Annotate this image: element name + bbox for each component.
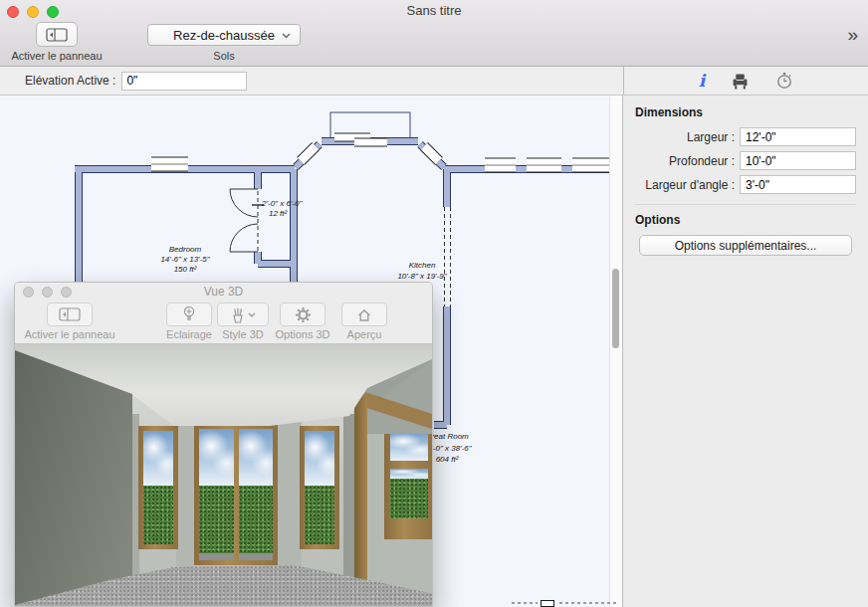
bedroom-dims: 14'-6" x 13'-5" [160,255,210,264]
door-leaf [239,429,274,560]
inspector-panel: Dimensions Largeur : Profondeur : Largeu… [623,96,868,607]
floors-dropdown-value: Rez-de-chaussée [173,28,275,43]
field-row: Largeur d'angle : [635,175,856,194]
toolbar-overflow-chevron-icon[interactable]: » [847,24,858,46]
width-input[interactable] [740,127,856,146]
vue3d-toolbar: Activer le panneau Eclairage [15,301,432,344]
greatroom-area: 604 ft² [436,455,459,464]
door-threshold [239,553,274,560]
depth-label: Profondeur : [635,154,735,168]
depth-input[interactable] [740,151,856,170]
sub-toolbar: Elévation Active : i [0,67,868,96]
house-icon [356,307,372,322]
bedroom-name: Bedroom [169,245,202,254]
window-title: Sans titre [0,3,868,18]
elevation-input[interactable] [121,72,247,91]
window-sky [305,431,334,486]
vue3d-title: Vue 3D [15,285,432,299]
vue3d-window: Vue 3D Activer le panneau [14,282,433,607]
vue3d-titlebar[interactable]: Vue 3D [15,283,432,301]
window-hedge [143,486,173,544]
kitchen-dims: 10'-8" x 19'-9" [397,272,447,281]
chevron-down-icon [282,33,291,39]
gear-icon [295,306,312,323]
lightbulb-icon [182,305,196,323]
vue3d-activate-panel[interactable]: Activer le panneau [15,303,124,340]
french-doors [194,424,278,565]
far-room-window [384,427,433,539]
lighting-button[interactable] [166,303,212,326]
tab-info-icon[interactable]: i [699,73,705,89]
bedroom-area: 150 ft² [174,265,197,274]
double-door-symbol [230,189,264,252]
activate-panel-label: Activer le panneau [0,50,113,62]
corner-width-label: Largeur d'angle : [635,178,735,192]
button-label: Activer le panneau [15,328,124,340]
plan-scrollbar-track [609,96,622,607]
door-glass-hedge [199,486,234,553]
window-sky [143,431,173,486]
window-hedge [305,486,334,544]
floors-dropdown[interactable]: Rez-de-chaussée [147,24,301,46]
panel-toggle-icon [59,307,81,321]
dimensions-heading: Dimensions [635,105,856,119]
tick-marks [559,602,619,604]
vue3d-options[interactable]: Options 3D [272,303,333,340]
app-window: Sans titre Activer le panneau Rez-de-cha… [0,0,868,607]
main-titlebar: Sans titre Activer le panneau Rez-de-cha… [0,0,868,67]
floors-label: Sols [147,50,301,62]
panel-toggle-icon [46,28,68,42]
field-row: Profondeur : [635,151,856,170]
button-label: Style 3D [214,328,272,340]
tab-furniture-icon[interactable] [732,73,749,90]
door-glass-sky [239,429,274,486]
tab-schedule-icon[interactable] [775,72,793,90]
door-area: 12 ft² [269,209,288,218]
plan-scrollbar-thumb[interactable] [612,269,619,348]
kitchen-name: Kitchen [409,261,436,270]
door-dims: 2'-0" x 6'-0" [261,199,303,208]
door-threshold [199,553,234,560]
button-label: Aperçu [337,328,391,340]
style-3d-button[interactable] [217,303,269,326]
bay-window-right [300,426,339,549]
options-heading: Options [635,213,856,227]
window-sky [390,433,428,461]
tick-marks [512,602,538,604]
vue3d-lighting[interactable]: Eclairage [161,303,217,340]
vue3d-render[interactable] [15,344,433,607]
width-label: Largeur : [635,130,735,144]
door-leaf [199,429,234,560]
preview-button[interactable] [341,303,387,326]
options-3d-button[interactable] [280,303,326,326]
activate-panel-button[interactable] [36,22,78,47]
field-row: Largeur : [635,127,856,146]
additional-options-button[interactable]: Options supplémentaires... [639,235,852,256]
clipped-box [541,600,554,607]
doorway-jamb [354,394,367,598]
elevation-bar: Elévation Active : [0,67,623,95]
window-rail [390,461,428,469]
corner-width-input[interactable] [740,175,856,194]
elevation-label: Elévation Active : [25,74,115,88]
panel-separator [635,204,856,205]
door-glass-sky [199,429,234,486]
button-label: Eclairage [161,328,217,340]
vue3d-style[interactable]: Style 3D [214,303,272,340]
clipped-bottom-control[interactable] [512,599,623,607]
window-sky [390,469,428,479]
inspector-tabs: i [623,67,868,95]
bay-windows [301,137,439,161]
activate-panel-button[interactable] [47,303,93,326]
door-glass-hedge [239,486,274,553]
button-label: Options 3D [272,328,333,340]
bay-window-left [138,426,178,549]
window-hedge [390,479,428,518]
chevron-down-icon [248,312,256,317]
brush-cup-icon [230,306,246,323]
vue3d-preview[interactable]: Aperçu [337,303,391,340]
